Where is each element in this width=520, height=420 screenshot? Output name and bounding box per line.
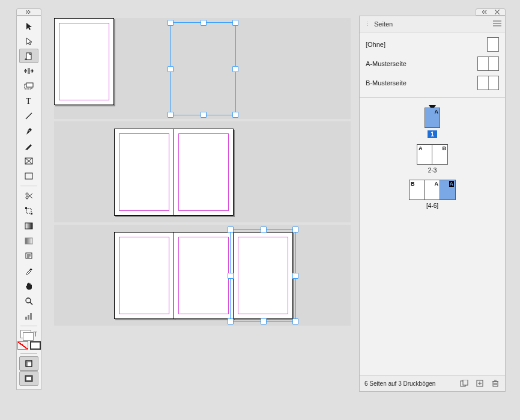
master-letter: B <box>411 181 415 187</box>
svg-rect-18 <box>31 213 32 215</box>
panel-collapse-strip[interactable] <box>476 8 506 16</box>
page-3[interactable] <box>174 129 234 216</box>
toolbox-separator <box>20 326 37 326</box>
pages-panel-header[interactable]: ⋮ Seiten <box>360 16 505 32</box>
svg-rect-29 <box>28 315 29 320</box>
direct-selection-tool[interactable] <box>19 34 38 48</box>
page-thumb-2[interactable]: A <box>417 144 432 165</box>
no-fill-swatch[interactable] <box>17 341 28 350</box>
master-letter: A <box>449 181 455 187</box>
scissors-tool[interactable] <box>19 189 38 203</box>
close-icon <box>495 10 500 14</box>
stroke-swatch[interactable] <box>30 341 41 350</box>
screen-mode-toggle[interactable] <box>19 371 38 386</box>
page-5[interactable] <box>174 232 234 319</box>
svg-rect-11 <box>25 173 32 179</box>
master-row-none[interactable]: [Ohne] <box>360 35 505 54</box>
edit-page-size-button[interactable] <box>459 379 469 388</box>
chevron-left-double-icon <box>482 10 488 14</box>
page-thumb-4[interactable]: B <box>409 180 425 200</box>
spread-thumb-2[interactable]: A B 2-3 <box>360 144 505 174</box>
svg-rect-20 <box>25 238 32 244</box>
svg-rect-41 <box>463 380 468 385</box>
page-2[interactable] <box>114 129 174 216</box>
svg-line-6 <box>26 113 32 119</box>
toolbox-separator <box>20 186 37 186</box>
master-letter: A <box>435 181 439 187</box>
svg-point-12 <box>26 193 28 195</box>
resize-grip-icon: ⋮ <box>364 21 370 27</box>
new-page-button[interactable] <box>475 379 485 388</box>
page-6[interactable] <box>233 232 293 319</box>
panel-title: Seiten <box>374 20 393 28</box>
page-number-label: [4-6] <box>426 202 438 209</box>
pencil-tool[interactable] <box>19 139 38 153</box>
page-tool[interactable] <box>19 49 38 63</box>
line-tool[interactable] <box>19 109 38 123</box>
pages-panel: ⋮ Seiten [Ohne] A-Musterseite B-Musterse… <box>359 16 506 392</box>
svg-rect-4 <box>26 83 33 87</box>
panel-menu-button[interactable] <box>493 20 501 28</box>
pen-tool[interactable] <box>19 124 38 138</box>
page-number-label: 2-3 <box>428 167 437 174</box>
spread-thumb-3[interactable]: B A A [4-6] <box>360 180 505 209</box>
svg-rect-19 <box>25 223 32 229</box>
svg-rect-0 <box>26 53 31 59</box>
svg-rect-30 <box>30 313 32 320</box>
master-name: A-Musterseite <box>366 60 477 67</box>
page-number-label: 1 <box>428 130 437 138</box>
selection-tool[interactable] <box>19 19 38 33</box>
margin-guide <box>59 23 109 100</box>
rectangle-frame-tool[interactable] <box>19 154 38 168</box>
page-thumb-1[interactable]: A <box>425 108 440 128</box>
page-thumb-5[interactable]: A <box>425 180 440 200</box>
page-4[interactable] <box>114 232 174 319</box>
master-name: B-Musterseite <box>366 79 477 87</box>
svg-rect-36 <box>26 377 31 380</box>
master-thumb <box>477 76 499 90</box>
eyedropper-tool[interactable] <box>19 264 38 278</box>
zoom-tool[interactable] <box>19 294 38 308</box>
delete-page-button[interactable] <box>491 379 500 388</box>
gradient-swatch-tool[interactable] <box>19 219 38 233</box>
master-row-a[interactable]: A-Musterseite <box>360 54 505 73</box>
free-transform-tool[interactable] <box>19 204 38 218</box>
spread-thumb-1[interactable]: A 1 <box>360 108 505 138</box>
master-letter: A <box>419 145 423 151</box>
svg-point-26 <box>26 298 31 303</box>
fill-swatch[interactable] <box>20 330 31 338</box>
master-letter: B <box>443 145 447 151</box>
formatting-text-icon[interactable]: T <box>33 330 37 338</box>
rectangle-tool[interactable] <box>19 169 38 183</box>
svg-rect-28 <box>25 317 27 320</box>
gap-tool[interactable] <box>19 64 38 78</box>
pages-panel-footer: 6 Seiten auf 3 Druckbögen <box>360 375 505 391</box>
master-thumb <box>477 56 499 71</box>
margin-guide <box>238 237 288 314</box>
hand-tool[interactable] <box>19 279 38 293</box>
gradient-feather-tool[interactable] <box>19 234 38 248</box>
svg-line-27 <box>30 302 32 305</box>
type-tool[interactable]: T <box>19 94 38 108</box>
master-pages-section: [Ohne] A-Musterseite B-Musterseite <box>360 32 505 98</box>
svg-rect-16 <box>26 208 31 213</box>
toolbox: T T <box>16 16 41 390</box>
chevron-right-double-icon <box>26 10 32 14</box>
margin-guide <box>119 133 169 211</box>
master-name: [Ohne] <box>366 41 487 48</box>
master-letter: A <box>435 109 439 115</box>
margin-guide <box>178 237 229 314</box>
page-thumb-3[interactable]: B <box>432 144 448 165</box>
document-pages-section[interactable]: A 1 A B 2-3 B A <box>360 98 505 375</box>
master-row-b[interactable]: B-Musterseite <box>360 73 505 93</box>
note-tool[interactable] <box>19 249 38 263</box>
svg-text:T: T <box>26 97 31 105</box>
svg-rect-25 <box>29 268 32 270</box>
margin-guide <box>178 133 229 211</box>
view-mode-toggle[interactable] <box>19 356 38 371</box>
color-theme-tool[interactable] <box>19 309 38 323</box>
toolbox-collapse-strip[interactable] <box>16 8 41 16</box>
page-thumb-6[interactable]: A <box>440 180 456 200</box>
page-1[interactable] <box>54 18 114 105</box>
content-conveyor-tool[interactable] <box>19 79 38 93</box>
